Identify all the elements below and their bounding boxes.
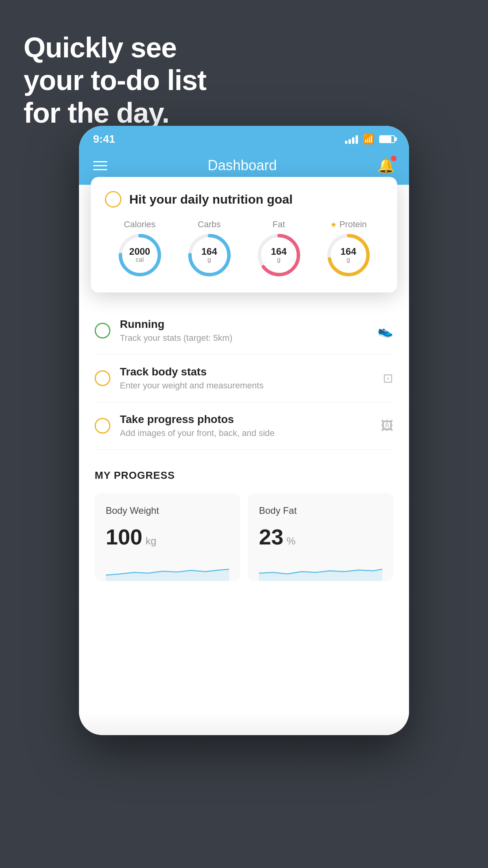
protein-value: 164 (340, 247, 356, 256)
calories-value: 2000 (129, 247, 150, 256)
photo-icon: 🖼 (381, 419, 393, 433)
fat-circle: 164 g (257, 234, 301, 277)
fat-unit: g (271, 256, 286, 263)
carbs-item: Carbs 164 g (188, 219, 231, 277)
carbs-unit: g (201, 256, 217, 263)
hero-text: Quickly see your to-do list for the day. (24, 31, 206, 129)
todo-item-photos[interactable]: Take progress photos Add images of your … (95, 402, 393, 450)
running-title: Running (120, 318, 368, 331)
bottom-fade (79, 712, 409, 735)
photos-title: Take progress photos (120, 413, 371, 426)
todo-list: Running Track your stats (target: 5km) 👟… (79, 307, 409, 450)
star-icon: ★ (330, 220, 337, 229)
fat-value: 164 (271, 247, 286, 256)
running-text: Running Track your stats (target: 5km) (120, 318, 368, 343)
running-subtitle: Track your stats (target: 5km) (120, 333, 368, 343)
body-weight-card: Body Weight 100 kg (95, 493, 240, 581)
protein-label: Protein (339, 219, 367, 230)
shoe-icon: 👟 (378, 323, 393, 338)
hero-line3: for the day. (24, 97, 206, 129)
nutrition-row: Calories 2000 cal Carbs (105, 219, 383, 277)
protein-item: ★ Protein 164 g (327, 219, 370, 277)
scale-icon: ⊡ (383, 371, 393, 386)
carbs-circle: 164 g (188, 234, 231, 277)
body-stats-title: Track body stats (120, 366, 373, 378)
progress-section-title: MY PROGRESS (95, 469, 393, 482)
progress-section: MY PROGRESS Body Weight 100 kg (79, 450, 409, 597)
battery-icon (379, 135, 395, 143)
todo-item-body-stats[interactable]: Track body stats Enter your weight and m… (95, 355, 393, 402)
time-display: 9:41 (93, 133, 115, 145)
nav-title: Dashboard (207, 157, 277, 174)
photos-text: Take progress photos Add images of your … (120, 413, 371, 438)
svg-marker-9 (259, 569, 382, 581)
photos-checkbox[interactable] (95, 418, 110, 434)
body-fat-card: Body Fat 23 % (248, 493, 393, 581)
task-checkbox[interactable] (105, 191, 121, 208)
body-fat-unit: % (286, 535, 295, 547)
calories-item: Calories 2000 cal (118, 219, 161, 277)
calories-label: Calories (124, 219, 156, 230)
fat-item: Fat 164 g (257, 219, 301, 277)
body-weight-unit: kg (145, 535, 156, 547)
card-title-row: Hit your daily nutrition goal (105, 191, 383, 208)
notification-dot (391, 156, 396, 161)
status-icons: 📶 (345, 134, 395, 145)
body-stats-subtitle: Enter your weight and measurements (120, 381, 373, 391)
bell-icon[interactable]: 🔔 (377, 157, 395, 174)
hero-line2: your to-do list (24, 64, 206, 97)
body-fat-label: Body Fat (259, 505, 382, 516)
body-weight-label: Body Weight (106, 505, 229, 516)
carbs-value: 164 (201, 247, 217, 256)
status-bar: 9:41 📶 (79, 126, 409, 149)
phone-mockup: 9:41 📶 Dashboard 🔔 THINGS TO DO TOD (79, 126, 409, 735)
body-fat-value-row: 23 % (259, 524, 382, 550)
nutrition-card: Hit your daily nutrition goal Calories 2… (91, 177, 397, 292)
main-content: THINGS TO DO TODAY Hit your daily nutrit… (79, 185, 409, 735)
carbs-label: Carbs (198, 219, 221, 230)
todo-item-running[interactable]: Running Track your stats (target: 5km) 👟 (95, 307, 393, 355)
body-stats-checkbox[interactable] (95, 370, 110, 386)
protein-unit: g (340, 256, 356, 263)
body-weight-value-row: 100 kg (106, 524, 229, 550)
protein-label-row: ★ Protein (330, 219, 367, 230)
progress-cards: Body Weight 100 kg Body Fat (95, 493, 393, 581)
nutrition-card-title: Hit your daily nutrition goal (129, 192, 293, 207)
running-checkbox[interactable] (95, 323, 110, 338)
protein-circle: 164 g (327, 234, 370, 277)
body-stats-text: Track body stats Enter your weight and m… (120, 366, 373, 391)
signal-icon (345, 134, 358, 144)
body-weight-number: 100 (106, 524, 142, 550)
calories-unit: cal (129, 256, 150, 263)
body-weight-chart (106, 557, 229, 581)
calories-circle: 2000 cal (118, 234, 161, 277)
body-fat-number: 23 (259, 524, 283, 550)
body-fat-chart (259, 557, 382, 581)
fat-label: Fat (273, 219, 285, 230)
hamburger-menu[interactable] (93, 161, 107, 170)
photos-subtitle: Add images of your front, back, and side (120, 428, 371, 438)
wifi-icon: 📶 (363, 134, 374, 145)
hero-line1: Quickly see (24, 31, 206, 64)
